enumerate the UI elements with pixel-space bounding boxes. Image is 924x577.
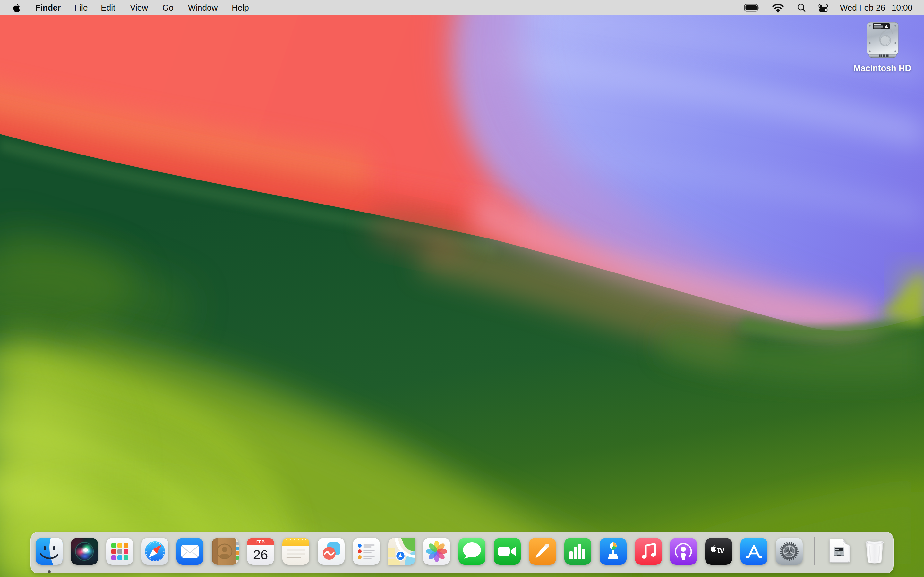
svg-text:tv: tv — [717, 545, 725, 555]
svg-text:FEB: FEB — [256, 540, 265, 544]
svg-text:26: 26 — [253, 547, 268, 562]
